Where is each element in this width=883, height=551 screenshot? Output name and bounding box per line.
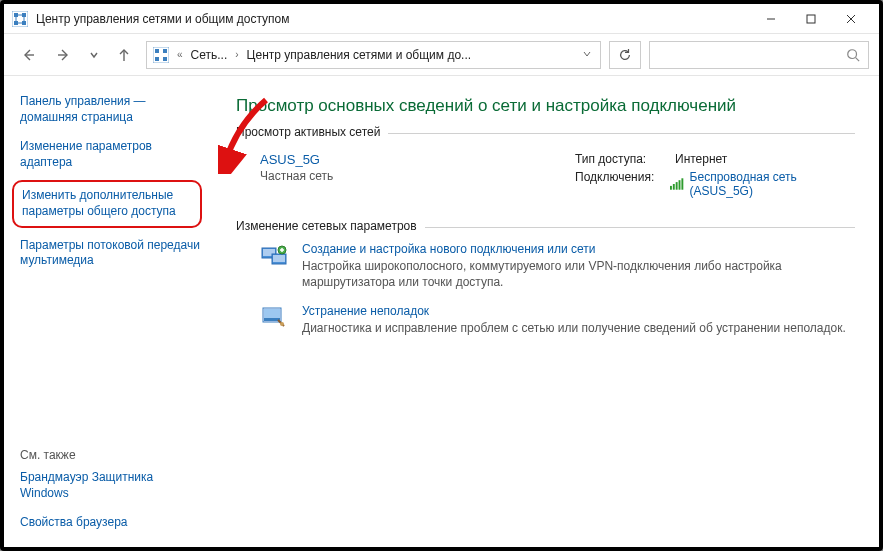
see-also-label: См. также [20,448,200,462]
svg-point-21 [848,49,857,58]
svg-point-38 [280,322,284,326]
svg-rect-27 [682,178,684,189]
up-button[interactable] [110,41,138,69]
access-type-label: Тип доступа: [575,152,675,166]
recent-dropdown[interactable] [86,41,102,69]
svg-rect-2 [22,13,26,17]
sidebar-link-home[interactable]: Панель управления — домашняя страница [20,94,200,125]
setup-connection-desc: Настройка широкополосного, коммутируемог… [302,259,782,289]
minimize-button[interactable] [751,5,791,33]
change-settings-section: Изменение сетевых параметров Создание и … [236,227,855,337]
svg-rect-18 [163,49,167,53]
maximize-button[interactable] [791,5,831,33]
svg-rect-3 [14,21,18,25]
sidebar-link-advanced-highlighted: Изменить дополнительные параметры общего… [12,180,202,227]
network-subtitle: Частная сеть [260,169,575,183]
change-settings-label: Изменение сетевых параметров [236,219,425,233]
sidebar-link-streaming[interactable]: Параметры потоковой передачи мультимедиа [20,238,200,269]
sidebar-link-firewall[interactable]: Брандмауэр Защитника Windows [20,470,200,501]
content: Панель управления — домашняя страница Из… [4,76,879,547]
search-input[interactable] [649,41,869,69]
back-button[interactable] [14,41,42,69]
search-icon [846,48,860,62]
breadcrumb-item-1[interactable]: Сеть... [191,48,228,62]
wifi-signal-icon [670,178,683,190]
page-heading: Просмотр основных сведений о сети и наст… [236,96,855,116]
sidebar: Панель управления — домашняя страница Из… [4,76,214,547]
svg-rect-26 [679,180,681,190]
active-networks-section: Просмотр активных сетей ASUS_5G Частная … [236,133,855,220]
window: Центр управления сетями и общим доступом [0,0,883,551]
troubleshoot-link[interactable]: Устранение неполадок [302,304,855,318]
troubleshoot-icon [260,304,288,332]
toolbar: « Сеть... › Центр управления сетями и об… [4,34,879,76]
svg-rect-19 [155,57,159,61]
access-type-value: Интернет [675,152,727,166]
main: Просмотр основных сведений о сети и наст… [214,76,879,547]
titlebar: Центр управления сетями и общим доступом [4,4,879,34]
svg-rect-4 [22,21,26,25]
network-center-icon [153,47,169,63]
window-title: Центр управления сетями и общим доступом [36,12,751,26]
connection-link[interactable]: Беспроводная сеть (ASUS_5G) [670,170,855,198]
svg-line-22 [856,57,860,61]
breadcrumb-item-2[interactable]: Центр управления сетями и общим до... [247,48,471,62]
connection-value: Беспроводная сеть (ASUS_5G) [690,170,855,198]
chevron-right-icon: › [233,49,240,60]
troubleshoot-desc: Диагностика и исправление проблем с сеть… [302,321,846,335]
svg-rect-36 [264,309,280,318]
svg-rect-17 [155,49,159,53]
svg-rect-25 [676,182,678,190]
svg-rect-10 [807,15,815,23]
setup-connection-link[interactable]: Создание и настройка нового подключения … [302,242,855,256]
svg-rect-31 [273,255,285,262]
svg-rect-24 [673,184,675,190]
svg-rect-20 [163,57,167,61]
network-center-icon [12,11,28,27]
svg-rect-23 [670,186,672,190]
forward-button[interactable] [50,41,78,69]
window-controls [751,5,871,33]
sidebar-link-adapter[interactable]: Изменение параметров адаптера [20,139,200,170]
close-button[interactable] [831,5,871,33]
connections-label: Подключения: [575,170,670,198]
address-bar[interactable]: « Сеть... › Центр управления сетями и об… [146,41,601,69]
sidebar-link-advanced[interactable]: Изменить дополнительные параметры общего… [22,188,192,219]
breadcrumb-root-chevron[interactable]: « [175,49,185,60]
svg-rect-1 [14,13,18,17]
refresh-button[interactable] [609,41,641,69]
network-name: ASUS_5G [260,152,575,167]
sidebar-link-browser[interactable]: Свойства браузера [20,515,200,531]
address-dropdown[interactable] [580,49,594,61]
setup-connection-icon [260,242,288,270]
